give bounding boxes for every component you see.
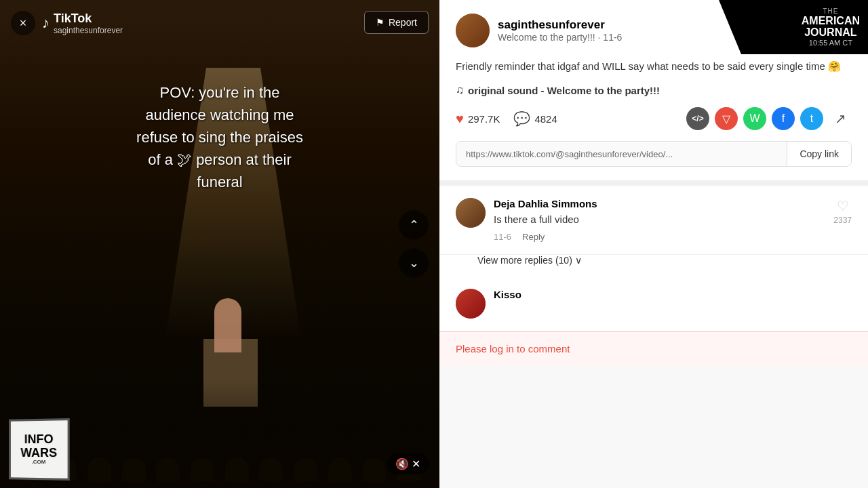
aj-time: 10:55 AM CT — [802, 39, 860, 47]
post-avatar — [456, 14, 490, 47]
post-content: Friendly reminder that idgaf and WILL sa… — [456, 58, 852, 75]
comment-item: Kisso — [439, 277, 868, 331]
reply-button[interactable]: Reply — [522, 232, 545, 242]
close-button[interactable]: × — [11, 11, 35, 35]
facebook-share-button[interactable]: f — [772, 107, 795, 130]
comment-date: 11-6 — [494, 232, 511, 242]
chevron-down-icon: ∨ — [575, 255, 582, 266]
post-username: saginthesunforever — [498, 18, 622, 32]
aj-logo: THE AMERICAN JOURNAL 10:55 AM CT — [719, 0, 868, 54]
sound-text: original sound - Welcome to the party!!! — [468, 85, 660, 96]
mute-button[interactable]: 🔇 ✕ — [387, 453, 429, 474]
downvote-button[interactable]: ▽ — [715, 107, 738, 130]
comment-username: Deja Dahlia Simmons — [494, 198, 825, 209]
share-icons: </> ▽ W f t ↗ — [686, 107, 852, 130]
tiktok-logo: ♪ TikTok saginthesunforever — [42, 12, 123, 35]
aj-the: THE — [802, 7, 860, 15]
twitter-share-button[interactable]: t — [800, 107, 823, 130]
video-panel: × ♪ TikTok saginthesunforever ⚑ Report P… — [0, 0, 439, 488]
comment-text: Is there a full video — [494, 212, 825, 226]
comment-heart-icon[interactable]: ♡ — [837, 198, 849, 214]
comments-section: Deja Dahlia Simmons Is there a full vide… — [439, 186, 868, 331]
reactions-row: ♥ 297.7K 💬 4824 </> ▽ W f t ↗ — [456, 107, 852, 130]
comments-number: 4824 — [534, 113, 557, 125]
comment-like: ♡ 2337 — [833, 198, 852, 225]
heart-icon: ♥ — [456, 111, 464, 127]
infowars-line2: WARS — [20, 447, 57, 460]
comment-username-kisso: Kisso — [494, 289, 852, 300]
login-text[interactable]: Please log in to comment — [456, 343, 570, 354]
comment-body: Deja Dahlia Simmons Is there a full vide… — [494, 198, 825, 242]
report-label: Report — [389, 17, 417, 28]
report-button[interactable]: ⚑ Report — [364, 11, 429, 34]
link-row: https://www.tiktok.com/@saginthesunforev… — [456, 141, 852, 167]
right-panel: THE AMERICAN JOURNAL 10:55 AM CT saginth… — [439, 0, 868, 488]
platform-name: TikTok — [54, 12, 123, 26]
copy-link-button[interactable]: Copy link — [787, 142, 851, 166]
navigation-arrows: ⌃ ⌄ — [399, 210, 429, 278]
comment-item: Deja Dahlia Simmons Is there a full vide… — [439, 186, 868, 255]
next-arrow[interactable]: ⌄ — [399, 248, 429, 278]
comments-count[interactable]: 💬 4824 — [513, 110, 557, 127]
prev-arrow[interactable]: ⌃ — [399, 210, 429, 240]
whatsapp-share-button[interactable]: W — [743, 107, 766, 130]
aj-title-line1: AMERICAN — [802, 15, 860, 27]
mute-x: ✕ — [412, 458, 420, 470]
post-user-info: saginthesunforever Welcome to the party!… — [456, 14, 622, 47]
view-replies-text: View more replies (10) — [477, 255, 572, 266]
comment-avatar — [456, 198, 486, 228]
view-more-replies[interactable]: View more replies (10) ∨ — [439, 255, 868, 277]
post-date: Welcome to the party!!! · 11-6 — [498, 32, 622, 43]
video-caption: POV: you're in the audience watching me … — [0, 81, 439, 193]
flag-icon: ⚑ — [376, 17, 384, 28]
music-icon: ♫ — [456, 84, 464, 96]
comment-meta: 11-6 Reply — [494, 232, 825, 242]
reactions-left: ♥ 297.7K 💬 4824 — [456, 110, 557, 127]
comment-icon: 💬 — [513, 110, 530, 127]
infowars-line1: INFO — [20, 433, 57, 447]
aj-title-line2: JOURNAL — [802, 26, 860, 39]
comment-like-count: 2337 — [833, 216, 852, 225]
likes-count[interactable]: ♥ 297.7K — [456, 111, 500, 127]
post-sound: ♫ original sound - Welcome to the party!… — [456, 84, 852, 96]
tiktok-username: saginthesunforever — [54, 26, 123, 35]
likes-number: 297.7K — [468, 113, 500, 125]
embed-button[interactable]: </> — [686, 107, 709, 130]
tiktok-header: × ♪ TikTok saginthesunforever — [11, 11, 123, 35]
login-bar: Please log in to comment — [439, 331, 868, 366]
share-button[interactable]: ↗ — [829, 107, 852, 130]
link-url: https://www.tiktok.com/@saginthesunforev… — [456, 142, 787, 166]
comment-avatar-kisso — [456, 289, 486, 319]
tiktok-icon: ♪ — [42, 14, 50, 32]
comment-body-kisso: Kisso — [494, 289, 852, 303]
infowars-line3: .COM — [20, 460, 57, 466]
infowars-logo: INFO WARS .COM — [8, 419, 69, 480]
mute-icon: 🔇 — [395, 458, 409, 470]
